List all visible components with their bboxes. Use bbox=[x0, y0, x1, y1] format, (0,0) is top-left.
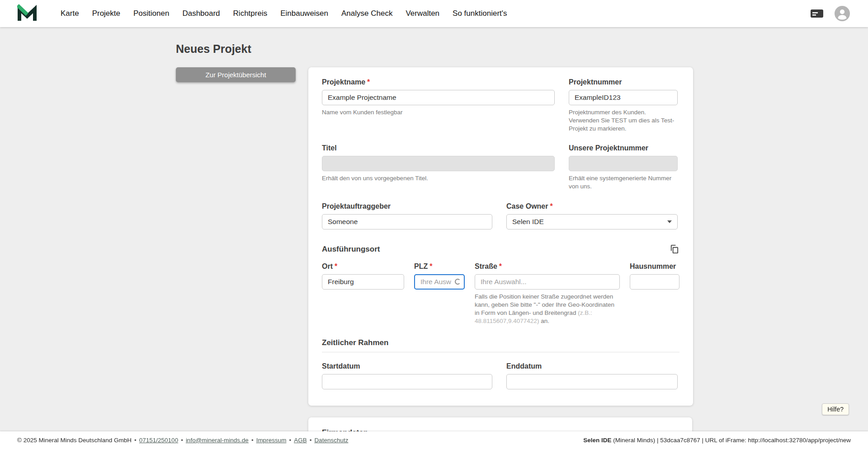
required-asterisk: * bbox=[335, 262, 337, 270]
field-ort: Ort* bbox=[322, 262, 404, 325]
footer: © 2025 Mineral Minds Deutschland GmbH • … bbox=[0, 431, 868, 449]
titel-helper: Erhält den von uns vorgegebenen Titel. bbox=[322, 174, 555, 182]
projektname-helper: Name vom Kunden festlegbar bbox=[322, 108, 555, 117]
footer-link-email[interactable]: info@mineral-minds.de bbox=[186, 437, 249, 444]
field-titel: Titel Erhält den von uns vorgegebenen Ti… bbox=[322, 144, 555, 191]
nav-item-verwalten[interactable]: Verwalten bbox=[406, 9, 439, 18]
hausnummer-input[interactable] bbox=[630, 274, 679, 290]
case-owner-value: Selen IDE bbox=[512, 218, 544, 226]
projektauftraggeber-label: Projektauftraggeber bbox=[322, 202, 492, 210]
footer-link-phone[interactable]: 07151/250100 bbox=[139, 437, 178, 444]
nav-item-analyse-check[interactable]: Analyse Check bbox=[341, 9, 392, 18]
titel-label: Titel bbox=[322, 144, 555, 152]
nav-item-positionen[interactable]: Positionen bbox=[133, 9, 169, 18]
required-asterisk: * bbox=[367, 78, 370, 86]
case-owner-label: Case Owner* bbox=[506, 202, 678, 210]
page-title: Neues Projekt bbox=[176, 42, 692, 56]
unsere-projektnummer-input bbox=[569, 156, 678, 171]
back-to-projects-button[interactable]: Zur Projektübersicht bbox=[176, 67, 296, 82]
copyright-text: © 2025 Mineral Minds Deutschland GmbH bbox=[17, 437, 132, 444]
server-icon[interactable] bbox=[810, 9, 824, 19]
loading-spinner-icon bbox=[455, 279, 461, 285]
field-hausnummer: Hausnummer bbox=[630, 262, 679, 325]
plz-label: PLZ* bbox=[414, 262, 465, 271]
field-unsere-projektnummer: Unsere Projektnummer Erhält eine systemg… bbox=[569, 144, 678, 191]
unsere-projektnummer-label: Unsere Projektnummer bbox=[569, 144, 678, 152]
field-projektauftraggeber: Projektauftraggeber bbox=[322, 202, 492, 229]
case-owner-select[interactable]: Selen IDE bbox=[506, 214, 678, 229]
field-startdatum: Startdatum bbox=[322, 362, 492, 389]
footer-left: © 2025 Mineral Minds Deutschland GmbH • … bbox=[17, 437, 348, 444]
footer-link-agb[interactable]: AGB bbox=[294, 437, 307, 444]
nav-item-richtpreis[interactable]: Richtpreis bbox=[233, 9, 268, 18]
ausfuehrungsort-heading: Ausführungsort bbox=[322, 245, 380, 254]
field-plz: PLZ* bbox=[414, 262, 465, 325]
strasse-label: Straße* bbox=[475, 262, 620, 271]
page-content: Neues Projekt Zur Projektübersicht Proje… bbox=[176, 27, 692, 449]
nav-item-so-funktionierts[interactable]: So funktioniert's bbox=[453, 9, 507, 18]
nav-item-dashboard[interactable]: Dashboard bbox=[182, 9, 220, 18]
startdatum-input[interactable] bbox=[322, 374, 492, 389]
field-enddatum: Enddatum bbox=[506, 362, 678, 389]
enddatum-input[interactable] bbox=[506, 374, 678, 389]
projektnummer-helper: Projektnummer des Kunden. Verwenden Sie … bbox=[569, 108, 678, 132]
footer-link-impressum[interactable]: Impressum bbox=[256, 437, 287, 444]
required-asterisk: * bbox=[499, 262, 502, 270]
copy-icon[interactable] bbox=[669, 244, 679, 254]
ort-label: Ort* bbox=[322, 262, 404, 271]
nav-right-icons bbox=[810, 6, 850, 21]
strasse-input[interactable] bbox=[475, 274, 620, 290]
projektname-input[interactable] bbox=[322, 90, 555, 105]
projektauftraggeber-input[interactable] bbox=[322, 214, 492, 229]
required-asterisk: * bbox=[550, 202, 552, 210]
field-case-owner: Case Owner* Selen IDE bbox=[506, 202, 678, 229]
projektname-label: Projektname* bbox=[322, 78, 555, 86]
mineral-minds-logo-icon bbox=[17, 4, 37, 23]
nav-item-einbauweisen[interactable]: Einbauweisen bbox=[280, 9, 328, 18]
help-button[interactable]: Hilfe? bbox=[822, 403, 849, 415]
nav-item-projekte[interactable]: Projekte bbox=[92, 9, 120, 18]
ort-input[interactable] bbox=[322, 274, 404, 290]
projektnummer-input[interactable] bbox=[569, 90, 678, 105]
project-form-card: Projektname* Name vom Kunden festlegbar … bbox=[308, 67, 693, 406]
zeitlicher-rahmen-heading: Zeitlicher Rahmen bbox=[322, 338, 679, 347]
enddatum-label: Enddatum bbox=[506, 362, 678, 370]
footer-link-datenschutz[interactable]: Datenschutz bbox=[314, 437, 348, 444]
section-divider bbox=[322, 352, 679, 352]
unsere-projektnummer-helper: Erhält eine systemgenerierte Nummer von … bbox=[569, 174, 678, 191]
footer-username: Selen IDE bbox=[583, 437, 611, 444]
top-navigation: Karte Projekte Positionen Dashboard Rich… bbox=[0, 0, 868, 27]
strasse-helper: Falls die Position keiner Straße zugeord… bbox=[475, 293, 620, 325]
field-projektnummer: Projektnummer Projektnummer des Kunden. … bbox=[569, 78, 678, 132]
nav-item-karte[interactable]: Karte bbox=[61, 9, 79, 18]
startdatum-label: Startdatum bbox=[322, 362, 492, 370]
brand-logo[interactable] bbox=[17, 4, 37, 23]
field-projektname: Projektname* Name vom Kunden festlegbar bbox=[322, 78, 555, 132]
chevron-down-icon bbox=[667, 220, 672, 223]
hausnummer-label: Hausnummer bbox=[630, 262, 679, 271]
main-nav: Karte Projekte Positionen Dashboard Rich… bbox=[61, 9, 507, 18]
field-strasse: Straße* Falls die Position keiner Straße… bbox=[475, 262, 620, 325]
user-avatar[interactable] bbox=[835, 6, 850, 21]
footer-session-info: Selen IDE (Mineral Minds) | 53dcaa7c8767… bbox=[583, 437, 851, 444]
required-asterisk: * bbox=[429, 262, 432, 270]
titel-input bbox=[322, 156, 555, 171]
projektnummer-label: Projektnummer bbox=[569, 78, 678, 86]
